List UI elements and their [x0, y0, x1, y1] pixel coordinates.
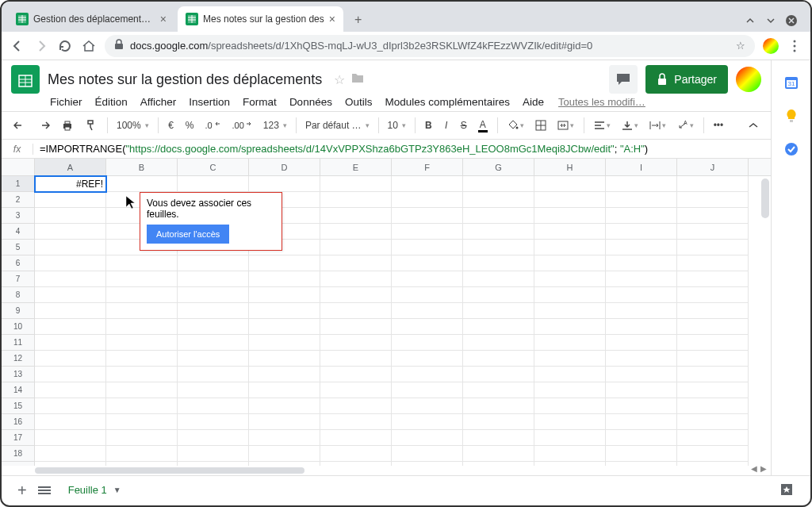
- select-all-corner[interactable]: [2, 159, 35, 175]
- font-selector[interactable]: Par défaut …: [302, 120, 373, 131]
- cell[interactable]: [534, 398, 606, 414]
- cell[interactable]: [320, 192, 392, 208]
- merge-cells-button[interactable]: [553, 117, 578, 133]
- cell[interactable]: [463, 430, 534, 446]
- italic-button[interactable]: I: [439, 117, 454, 134]
- paint-format-button[interactable]: [81, 116, 102, 135]
- cell[interactable]: [534, 303, 606, 319]
- cell[interactable]: [320, 240, 392, 255]
- cell[interactable]: [606, 303, 677, 319]
- cell[interactable]: [249, 335, 320, 351]
- redo-button[interactable]: [33, 117, 54, 134]
- cell[interactable]: [249, 414, 320, 430]
- cell[interactable]: [392, 192, 463, 208]
- cell[interactable]: [178, 367, 249, 382]
- cell[interactable]: [392, 319, 463, 335]
- cell[interactable]: [320, 224, 392, 240]
- cell[interactable]: [320, 414, 392, 430]
- cell[interactable]: [677, 208, 749, 224]
- maximize-icon[interactable]: [764, 14, 777, 27]
- cell[interactable]: [463, 271, 534, 287]
- column-header[interactable]: J: [677, 159, 749, 175]
- cell[interactable]: [35, 351, 106, 367]
- cell[interactable]: [178, 255, 249, 271]
- cell[interactable]: [178, 446, 249, 462]
- cell[interactable]: [178, 398, 249, 414]
- number-format-selector[interactable]: 123: [260, 120, 290, 131]
- explore-button[interactable]: [779, 482, 795, 501]
- cell[interactable]: [35, 208, 106, 224]
- cell[interactable]: [463, 414, 534, 430]
- undo-button[interactable]: [10, 117, 30, 134]
- cell[interactable]: [35, 430, 106, 446]
- cell[interactable]: [320, 335, 392, 351]
- cell[interactable]: [35, 382, 106, 398]
- row-header[interactable]: 4: [2, 224, 34, 240]
- cell[interactable]: [463, 224, 534, 240]
- authorize-access-button[interactable]: Autoriser l'accès: [147, 225, 229, 244]
- collapse-toolbar-button[interactable]: [744, 119, 763, 132]
- cell[interactable]: [392, 303, 463, 319]
- cell[interactable]: [35, 240, 106, 255]
- spreadsheet-grid[interactable]: ABCDEFGHIJ 12345678910111213141516171819…: [2, 159, 771, 466]
- cell[interactable]: [534, 414, 606, 430]
- last-edit-link[interactable]: Toutes les modifi…: [558, 96, 645, 108]
- reload-button[interactable]: [57, 38, 73, 54]
- cell[interactable]: [534, 319, 606, 335]
- row-header[interactable]: 11: [2, 335, 34, 351]
- browser-tab-1[interactable]: Gestion des déplacements - G ×: [8, 6, 174, 32]
- cell[interactable]: [606, 335, 677, 351]
- formula-input[interactable]: =IMPORTRANGE("https://docs.google.com/sp…: [33, 143, 654, 156]
- cell[interactable]: [320, 398, 392, 414]
- cell[interactable]: [677, 398, 749, 414]
- sheet-tab-1[interactable]: Feuille 1 ▼: [62, 484, 128, 498]
- row-header[interactable]: 10: [2, 319, 34, 335]
- scroll-right-icon[interactable]: ▶: [760, 464, 767, 473]
- cell[interactable]: [463, 351, 534, 367]
- cell[interactable]: [392, 430, 463, 446]
- cell[interactable]: [35, 414, 106, 430]
- strikethrough-button[interactable]: S: [457, 117, 471, 134]
- cell[interactable]: [463, 335, 534, 351]
- currency-button[interactable]: €: [164, 117, 178, 134]
- cell[interactable]: [249, 382, 320, 398]
- zoom-selector[interactable]: 100%: [113, 120, 152, 131]
- menu-insertion[interactable]: Insertion: [184, 94, 235, 109]
- cell[interactable]: [463, 446, 534, 462]
- cell[interactable]: [606, 224, 677, 240]
- cell[interactable]: [677, 319, 749, 335]
- add-sheet-button[interactable]: +: [17, 482, 27, 500]
- text-color-button[interactable]: A: [474, 116, 492, 136]
- cell[interactable]: [677, 287, 749, 303]
- row-header[interactable]: 18: [2, 446, 34, 462]
- cell[interactable]: [534, 430, 606, 446]
- cell[interactable]: [178, 287, 249, 303]
- cell[interactable]: [249, 271, 320, 287]
- url-input[interactable]: docs.google.com/spreadsheets/d/1XhQBS-mq…: [105, 35, 755, 57]
- home-button[interactable]: [81, 38, 97, 54]
- calendar-icon[interactable]: 31: [783, 75, 799, 90]
- cell[interactable]: [320, 446, 392, 462]
- sheet-tab-menu-icon[interactable]: ▼: [113, 486, 121, 494]
- row-header[interactable]: 3: [2, 208, 34, 224]
- cell[interactable]: [606, 240, 677, 255]
- cell[interactable]: [606, 367, 677, 382]
- row-header[interactable]: 12: [2, 351, 34, 367]
- cell[interactable]: [677, 224, 749, 240]
- cell[interactable]: [106, 367, 178, 382]
- cell[interactable]: [35, 255, 106, 271]
- cell[interactable]: [106, 446, 178, 462]
- share-button[interactable]: Partager: [645, 65, 728, 94]
- cell[interactable]: [106, 335, 178, 351]
- cell[interactable]: [463, 287, 534, 303]
- cell[interactable]: [35, 192, 106, 208]
- cell[interactable]: [320, 367, 392, 382]
- row-header[interactable]: 15: [2, 398, 34, 414]
- cell[interactable]: [392, 446, 463, 462]
- cell[interactable]: [606, 382, 677, 398]
- cell[interactable]: [178, 382, 249, 398]
- bookmark-star-icon[interactable]: ☆: [736, 40, 745, 52]
- borders-button[interactable]: [531, 117, 550, 134]
- cell[interactable]: [534, 240, 606, 255]
- back-button[interactable]: [10, 38, 25, 54]
